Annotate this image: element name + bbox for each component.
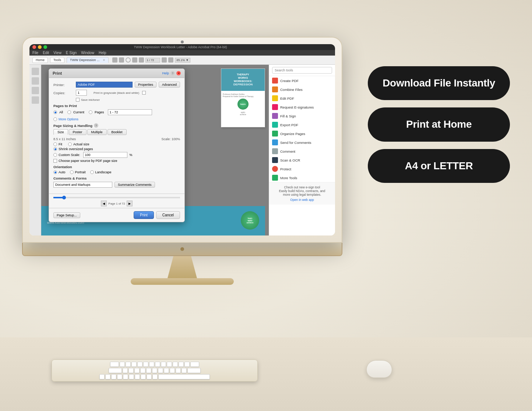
tool-combine-files[interactable]: Combine Files (269, 85, 335, 94)
next-page-btn[interactable]: ▶ (127, 201, 133, 206)
pages-range-input[interactable]: 1 - 72 (108, 109, 152, 115)
tool-send-comments[interactable]: Send for Comments (269, 138, 335, 147)
radio-actual[interactable] (68, 142, 72, 146)
minimize-btn[interactable] (38, 45, 42, 49)
comments-select[interactable]: Document and Markups (53, 182, 112, 188)
menu-file[interactable]: File (32, 51, 38, 55)
imac-body: TWW Depression Workbook Letter - Adobe A… (22, 37, 342, 243)
promo-link[interactable]: Open in web app (272, 198, 332, 202)
properties-btn[interactable]: Properties (135, 82, 156, 88)
radio-pages-label: Pages (95, 110, 104, 114)
key-u (155, 362, 160, 367)
hand-icon[interactable] (168, 57, 173, 63)
booklet-tab[interactable]: Booklet (108, 129, 127, 135)
prev-page-btn[interactable]: ◀ (101, 201, 107, 206)
copies-input[interactable]: 1 (76, 90, 87, 96)
protect-icon (272, 166, 278, 172)
dialog-close-btn[interactable]: ✕ (176, 71, 181, 75)
radio-portrait[interactable] (70, 170, 74, 174)
grayscale-checkbox[interactable] (142, 91, 146, 95)
tool-create-pdf[interactable]: Create PDF (269, 76, 335, 85)
custom-scale-input[interactable]: 100 (83, 152, 127, 158)
cursor-icon[interactable] (162, 57, 167, 63)
page-progress-bar (53, 197, 180, 198)
printer-select[interactable]: Adobe PDF (76, 82, 133, 88)
pdf-logo: learn (237, 99, 249, 110)
paper-source-row: Choose paper source by PDF page size (53, 159, 180, 163)
key-z (99, 374, 105, 379)
cancel-btn[interactable]: Cancel (156, 211, 180, 219)
menu-esign[interactable]: E Sign (66, 51, 77, 55)
radio-landscape[interactable] (90, 170, 94, 174)
advanced-btn[interactable]: Advanced (159, 82, 180, 88)
keyboard-row-3 (99, 374, 210, 379)
forward-icon[interactable] (119, 57, 124, 63)
menu-view[interactable]: View (53, 51, 61, 55)
radio-custom[interactable] (53, 153, 57, 157)
back-icon[interactable] (112, 57, 117, 63)
ink-checkbox[interactable] (76, 98, 80, 102)
radio-current[interactable] (67, 110, 71, 114)
more-options-link[interactable]: More Options (59, 117, 78, 121)
more-options-row: More Options (53, 117, 180, 121)
radio-shrink[interactable] (53, 147, 57, 151)
sizing-help-icon[interactable]: ? (94, 123, 98, 128)
page-setup-btn[interactable]: Page Setup... (53, 212, 80, 218)
badge-download: Download File Instantly (368, 66, 510, 100)
tab-document[interactable]: TWW Depression ... ✕ (67, 57, 109, 63)
print-btn[interactable]: Print (134, 211, 154, 219)
radio-auto[interactable] (53, 170, 57, 174)
paper-source-checkbox[interactable] (53, 159, 57, 163)
actual-label: Actual size (73, 142, 89, 146)
nav-icon-2[interactable] (32, 77, 39, 85)
grayscale-label: Print in grayscale (black and white) (94, 91, 139, 95)
tool-organize-pages[interactable]: Organize Pages (269, 129, 335, 138)
nav-icon-4[interactable] (32, 96, 39, 104)
print-icon[interactable] (132, 57, 137, 63)
imac-stand (22, 256, 342, 285)
radio-more[interactable] (53, 117, 57, 121)
summarize-btn[interactable]: Summarize Comments (114, 182, 155, 188)
key-v (117, 374, 122, 379)
pdf-title: THERAPYWORKSWORKBOOKS: (234, 73, 252, 83)
tool-edit-pdf[interactable]: Edit PDF (269, 94, 335, 103)
tool-comment[interactable]: Comment (269, 147, 335, 156)
tool-scan-ocr[interactable]: Scan & OCR (269, 156, 335, 164)
multiple-tab[interactable]: Multiple (87, 129, 107, 135)
tab-home[interactable]: Home (32, 57, 48, 63)
nav-icon-3[interactable] (32, 87, 39, 94)
comments-row: Document and Markups Summarize Comments (53, 182, 180, 188)
radio-all[interactable] (53, 110, 57, 114)
poster-tab[interactable]: Poster (69, 129, 87, 135)
tab-tools[interactable]: Tools (50, 57, 64, 63)
tool-fill-sign[interactable]: Fill & Sign (269, 111, 335, 120)
comment-label: Comment (280, 149, 295, 153)
badge-print: Print at Home (368, 107, 510, 141)
menu-help[interactable]: Help (99, 51, 106, 55)
radio-pages[interactable] (89, 110, 92, 114)
pdf-area: Print Help ? ✕ Printer: (41, 65, 269, 235)
nav-icon-1[interactable] (32, 68, 39, 75)
maximize-btn[interactable] (43, 45, 47, 49)
close-btn[interactable] (32, 45, 36, 49)
home-icon[interactable] (126, 57, 131, 63)
tool-more-tools[interactable]: More Tools (269, 173, 335, 182)
zoom-level[interactable]: 65.1% ▼ (175, 58, 191, 63)
stand-neck (168, 256, 197, 278)
tool-protect[interactable]: Protect (269, 164, 335, 173)
tool-request-esig[interactable]: Request E-signatures (269, 103, 335, 111)
tools-search-input[interactable] (272, 67, 332, 74)
printer-label: Printer: (53, 83, 74, 87)
menu-edit[interactable]: Edit (43, 51, 49, 55)
menu-window[interactable]: Window (81, 51, 94, 55)
tool-export-pdf[interactable]: Export PDF (269, 120, 335, 129)
radio-fit[interactable] (53, 142, 57, 146)
ink-row: Save ink/toner (76, 98, 180, 102)
help-icon[interactable]: ? (170, 71, 175, 75)
dialog-help-link[interactable]: Help (162, 71, 169, 75)
search-icon[interactable] (139, 57, 144, 63)
size-tab[interactable]: Size (53, 129, 68, 135)
page-input[interactable]: 1 / 72 (145, 58, 160, 63)
progress-thumb[interactable] (62, 196, 66, 199)
tab-close-icon[interactable]: ✕ (103, 59, 105, 62)
